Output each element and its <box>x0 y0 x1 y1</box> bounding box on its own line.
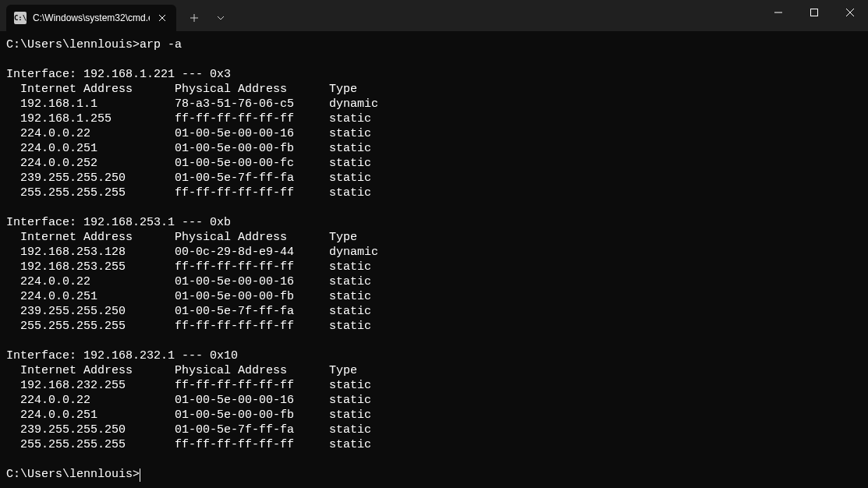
terminal-output[interactable]: C:\Users\lennlouis>arp -a Interface: 192… <box>0 31 868 488</box>
chevron-down-icon <box>217 16 225 20</box>
titlebar: C:\ C:\Windows\system32\cmd.ex <box>0 0 868 31</box>
maximize-button[interactable] <box>796 0 832 25</box>
cursor <box>140 469 140 482</box>
close-icon <box>846 9 854 16</box>
tab-actions <box>176 0 232 31</box>
window-controls <box>760 0 868 31</box>
svg-rect-5 <box>811 9 818 16</box>
tab-title: C:\Windows\system32\cmd.ex <box>33 12 150 23</box>
tab-cmd[interactable]: C:\ C:\Windows\system32\cmd.ex <box>6 5 176 31</box>
close-icon <box>158 14 166 22</box>
plus-icon <box>190 13 199 23</box>
minimize-button[interactable] <box>760 0 796 25</box>
close-window-button[interactable] <box>832 0 868 25</box>
tab-close-button[interactable] <box>156 12 168 24</box>
new-tab-button[interactable] <box>182 6 206 30</box>
maximize-icon <box>810 9 818 16</box>
cmd-icon: C:\ <box>14 12 27 24</box>
tab-dropdown-button[interactable] <box>209 6 232 30</box>
prompt: C:\Users\lennlouis> <box>6 468 140 481</box>
minimize-icon <box>774 9 782 16</box>
